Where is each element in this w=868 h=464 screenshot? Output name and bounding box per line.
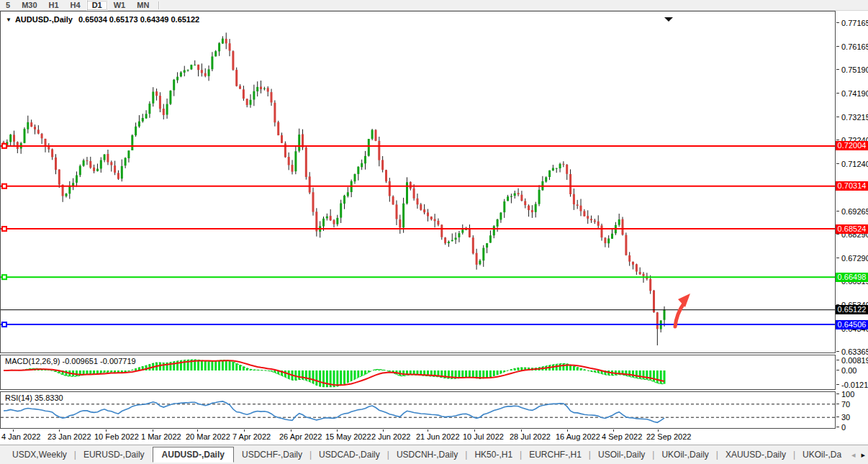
date-label: 10 Jul 2022 <box>463 432 504 441</box>
date-label: 7 Apr 2022 <box>232 432 271 441</box>
tab-usdcnh-daily[interactable]: USDCNH-,Daily <box>390 448 464 461</box>
macd-axis-label-tick <box>836 384 839 385</box>
date-label: 1 Mar 2022 <box>141 432 181 441</box>
price-tick-label-tick <box>836 351 839 352</box>
hline-handle-0.72004[interactable] <box>2 144 6 148</box>
date-tick <box>291 429 291 432</box>
timeframe-button-d1[interactable]: D1 <box>86 0 108 11</box>
tab-scroll-buttons: ◂ ▸ <box>847 445 865 464</box>
date-label: 10 Feb 2022 <box>94 432 139 441</box>
chart-dropdown-icon[interactable]: ▼ <box>6 17 12 23</box>
candles-group <box>3 32 666 345</box>
date-tick <box>197 429 198 432</box>
tab-usdchf-daily[interactable]: USDCHF-,Daily <box>235 448 309 461</box>
date-tick <box>13 429 14 432</box>
price-level-badge-0.64506: 0.64506 <box>836 320 868 329</box>
tab-scroll-left-icon[interactable]: ◂ <box>851 450 856 460</box>
chart-tab-bar: USDX,Weekly|EURUSD-,DailyAUDUSD-,DailyUS… <box>0 445 868 464</box>
price-tick-label-tick <box>836 211 839 211</box>
price-tick-label-tick <box>836 46 839 47</box>
price-tick-label-tick <box>836 117 839 117</box>
timeframe-toolbar: 5M30H1H4D1W1MN <box>0 0 868 11</box>
rsi-axis-label: 70 <box>841 400 850 409</box>
price-tick-label-tick <box>836 258 839 258</box>
macd-axis-label: 0.00 <box>841 366 856 375</box>
macd-label: MACD(12,26,9) -0.009651 -0.007719 <box>5 357 136 365</box>
chart-shift-marker-icon[interactable] <box>664 17 673 22</box>
date-tick <box>613 429 614 432</box>
rsi-axis-label: 0 <box>841 423 846 432</box>
macd-indicator-pane[interactable]: MACD(12,26,9) -0.009651 -0.007719 <box>0 355 836 390</box>
chart-tabs: USDX,Weekly|EURUSD-,DailyAUDUSD-,DailyUS… <box>0 445 846 464</box>
price-chart-canvas[interactable]: ▼AUDUSD-,Daily0.65034 0.65173 0.64349 0.… <box>0 11 836 353</box>
macd-axis-label-tick <box>836 370 839 370</box>
rsi-axis-label: 30 <box>841 413 850 422</box>
timeframe-button-h4[interactable]: H4 <box>65 0 86 11</box>
tab-eurusd-daily[interactable]: EURUSD-,Daily <box>77 448 151 461</box>
chart-ohlc-values: 0.65034 0.65173 0.64349 0.65122 <box>78 15 199 24</box>
tab-eurchf-h1[interactable]: EURCHF-,H1 <box>523 448 588 461</box>
timeframe-button-mn[interactable]: MN <box>131 0 155 11</box>
tab-hk50-h1[interactable]: HK50-,H1 <box>468 448 519 461</box>
timeframe-button-5[interactable]: 5 <box>0 0 16 11</box>
date-tick <box>567 429 568 432</box>
price-tick-label-tick <box>836 22 839 23</box>
price-tick-label: 0.67290 <box>841 254 868 263</box>
price-tick-label-tick <box>836 69 839 70</box>
hline-handle-0.68524[interactable] <box>2 227 6 231</box>
date-label: 21 Jun 2022 <box>416 432 460 441</box>
price-tick-label: 0.77165 <box>841 19 868 27</box>
hline-handle-0.66498[interactable] <box>2 275 6 279</box>
price-tick-label: 0.71240 <box>841 160 868 168</box>
tab-audusd-daily[interactable]: AUDUSD-,Daily <box>153 447 234 463</box>
toolbar-divider <box>158 1 159 9</box>
date-tick <box>244 429 245 432</box>
price-tick-label: 0.69265 <box>841 207 868 216</box>
tab-ukoil-da[interactable]: UKOil-,Da <box>796 448 846 461</box>
macd-axis-label: 0.008197 <box>841 356 868 365</box>
tab-scroll-right-icon[interactable]: ▸ <box>861 450 865 460</box>
chart-symbol-label: AUDUSD-,Daily <box>15 15 73 24</box>
date-label: 16 Aug 2022 <box>556 432 600 441</box>
timeframe-button-h1[interactable]: H1 <box>43 0 65 11</box>
horizontal-lines-group <box>1 144 835 327</box>
hline-handle-0.70314[interactable] <box>2 184 6 188</box>
price-tick-label-tick <box>836 93 839 94</box>
price-tick-label: 0.74190 <box>841 89 868 98</box>
rsi-axis-label-tick <box>836 427 839 427</box>
price-axis[interactable]: 0.771650.761650.751900.741900.732150.722… <box>836 11 868 443</box>
rsi-axis-label-tick <box>836 394 839 394</box>
rsi-axis-label-tick <box>836 404 839 404</box>
date-label: 22 Sep 2022 <box>646 432 691 441</box>
price-level-badge-0.68524: 0.68524 <box>836 224 868 234</box>
price-tick-label: 0.73215 <box>841 113 868 122</box>
tab-usoil-daily[interactable]: USOil-,Daily <box>592 448 651 461</box>
date-tick <box>383 429 384 432</box>
date-axis[interactable]: 4 Jan 202223 Jan 202210 Feb 20221 Mar 20… <box>0 429 836 444</box>
rsi-line <box>4 401 664 422</box>
timeframe-button-w1[interactable]: W1 <box>108 0 132 11</box>
rsi-label: RSI(14) 35.8330 <box>5 394 63 402</box>
mt4-chart-window: 5M30H1H4D1W1MN ▼AUDUSD-,Daily0.65034 0.6… <box>0 0 868 464</box>
date-label: 4 Jan 2022 <box>1 432 40 441</box>
date-label: 4 Sep 2022 <box>602 432 642 441</box>
rsi-chart <box>1 392 835 428</box>
price-tick-label-tick <box>836 140 839 140</box>
date-tick <box>474 429 475 432</box>
macd-axis-label-tick <box>836 360 839 360</box>
price-tick-label: 0.63365 <box>841 347 868 356</box>
hline-handle-0.64506[interactable] <box>2 322 6 327</box>
tab-ukoil-daily[interactable]: UKOil-,Daily <box>655 448 715 461</box>
timeframe-button-m30[interactable]: M30 <box>16 0 42 11</box>
date-label: 2 Jun 2022 <box>371 432 410 441</box>
tab-xauusd-daily[interactable]: XAUUSD-,Daily <box>719 448 792 461</box>
date-label: 26 Apr 2022 <box>279 432 322 441</box>
date-tick <box>106 429 107 432</box>
price-tick-label: 0.76165 <box>841 42 868 51</box>
tab-usdcad-daily[interactable]: USDCAD-,Daily <box>312 448 386 461</box>
date-tick <box>428 429 428 432</box>
tab-usdx-weekly[interactable]: USDX,Weekly <box>6 448 73 461</box>
rsi-indicator-pane[interactable]: RSI(14) 35.8330 <box>0 391 836 429</box>
candlestick-chart[interactable] <box>1 12 835 352</box>
date-tick <box>153 429 153 432</box>
